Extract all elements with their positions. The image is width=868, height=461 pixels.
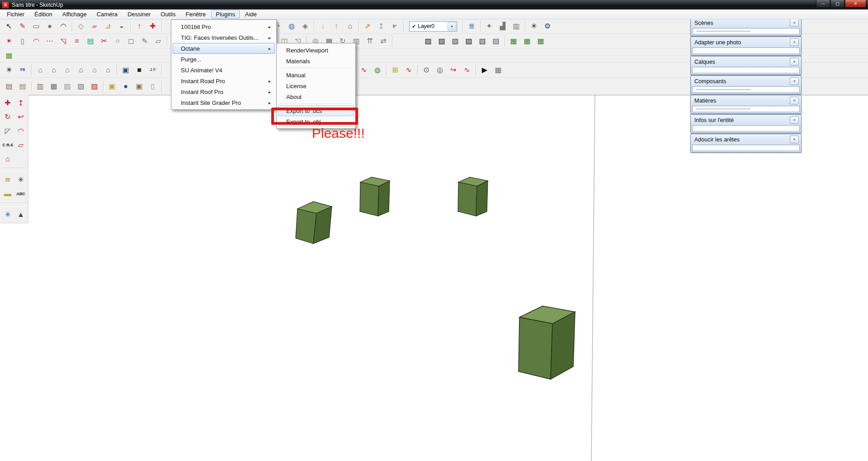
gear-globe-icon[interactable]: ⚙: [541, 20, 554, 33]
pinwheel-icon[interactable]: ✳: [3, 64, 15, 76]
menu-item-purge[interactable]: Purge...: [173, 54, 275, 65]
menubar-item-dessiner[interactable]: Dessiner: [123, 10, 155, 19]
calculator-icon[interactable]: ▦: [492, 64, 505, 76]
move-cross-icon[interactable]: ✚: [146, 20, 159, 33]
push-up-icon[interactable]: ↥: [14, 97, 27, 109]
hatch-icon-1[interactable]: ▨: [422, 35, 434, 47]
hatch-icon-5[interactable]: ▧: [476, 35, 489, 47]
hatch-texture-icon[interactable]: ▧: [75, 80, 87, 93]
paint-roller-icon[interactable]: ▬: [1, 188, 14, 200]
hook-arrow-icon[interactable]: ↪: [447, 64, 460, 76]
menubar-item-dition[interactable]: Édition: [30, 10, 57, 19]
stone-texture-icon[interactable]: ▨: [61, 80, 74, 93]
color-layers-icon[interactable]: ▤: [84, 35, 97, 47]
chevron-down-icon[interactable]: ▼: [448, 22, 456, 31]
compass-star-icon[interactable]: ✶: [3, 35, 15, 47]
menu-item-instant-road-pro[interactable]: Instant Road Pro▸: [173, 75, 275, 86]
plugin-icon-4[interactable]: ◈: [299, 20, 311, 33]
submenu-item-manual[interactable]: Manual: [278, 70, 354, 80]
circle-tool-icon[interactable]: ●: [43, 20, 56, 33]
bark-texture-icon[interactable]: ▥: [34, 80, 47, 93]
scale-tool-icon[interactable]: ◸: [1, 125, 14, 137]
sphere-blue-icon[interactable]: ●: [119, 80, 132, 93]
asterisk-blue-icon[interactable]: ✳: [1, 208, 14, 221]
house-red-icon[interactable]: ⌂: [1, 153, 14, 165]
dome-wire-icon[interactable]: ◍: [371, 64, 384, 76]
model-box-4[interactable]: [519, 306, 575, 379]
menu-item-instant-roof-pro[interactable]: Instant Roof Pro▸: [173, 86, 275, 97]
close-button[interactable]: ✕: [845, 0, 866, 8]
swirl-icon[interactable]: ✳: [528, 20, 540, 33]
paper-plus-icon[interactable]: ⊞: [389, 64, 401, 76]
rectangle-tool-icon[interactable]: ▭: [30, 20, 42, 33]
menubar-item-aide[interactable]: Aide: [241, 10, 261, 19]
sketch-icon[interactable]: ✎: [138, 35, 151, 47]
menu-item-tig-faces-invers-es-outils[interactable]: TIG: Faces Inversées Outils...▸: [173, 32, 275, 43]
arc-plus-icon[interactable]: ◠: [30, 35, 42, 47]
dotted-curve-icon[interactable]: ∿: [461, 64, 473, 76]
box-arrow-up-icon[interactable]: ↑: [133, 20, 146, 33]
tower-icon[interactable]: ▟: [496, 20, 509, 33]
menubar-item-plugins[interactable]: Plugins: [211, 10, 240, 19]
house-icon-6[interactable]: ⌂: [102, 64, 114, 76]
panel-close-icon[interactable]: ✕: [790, 38, 799, 46]
play-icon[interactable]: ▶: [478, 64, 491, 76]
model-box-2[interactable]: [360, 177, 390, 216]
panel-header[interactable]: Adapter une photo✕: [691, 37, 801, 47]
hatch-icon-3[interactable]: ▨: [449, 35, 462, 47]
wood-texture-icon-1[interactable]: ▤: [3, 80, 15, 93]
panel-close-icon[interactable]: ✕: [790, 97, 799, 104]
terrain-green-icon-2[interactable]: ▦: [521, 35, 533, 47]
hatch-icon-4[interactable]: ▨: [462, 35, 475, 47]
house-icon-5[interactable]: ⌂: [88, 64, 101, 76]
menubar-item-cam-ra[interactable]: Caméra: [92, 10, 122, 19]
concentric-circles-icon[interactable]: ◎: [434, 64, 446, 76]
panel-header[interactable]: Composants✕: [691, 76, 801, 86]
panel-close-icon[interactable]: ✕: [790, 136, 799, 143]
cube-black-icon[interactable]: ■: [133, 64, 146, 76]
extrude-icon[interactable]: ⇈: [363, 35, 376, 47]
face-frame-icon[interactable]: ▱: [14, 139, 27, 151]
mesh-texture-icon[interactable]: ▩: [47, 80, 60, 93]
model-box-3[interactable]: [458, 177, 488, 216]
cube-info-icon[interactable]: ▣: [119, 64, 132, 76]
house-icon-1[interactable]: ⌂: [34, 64, 47, 76]
eraser-tool-icon[interactable]: ▰: [88, 20, 101, 33]
jf-gradient-icon[interactable]: J F: [146, 64, 159, 76]
menu-item-1001bit-pro[interactable]: 1001bit Pro▸: [173, 21, 275, 32]
cube-tan-icon[interactable]: ▣: [133, 80, 146, 93]
paint-bucket-icon[interactable]: ◒: [115, 20, 128, 33]
compass-cr5-icon[interactable]: C R-5: [1, 139, 14, 151]
panel-header[interactable]: Infos sur l'entité✕: [691, 115, 801, 125]
box-arrow-up2-icon[interactable]: ↑: [330, 20, 343, 33]
cone-icon[interactable]: ▲: [14, 208, 27, 221]
menubar-item-fen-tre[interactable]: Fenêtre: [181, 10, 211, 19]
house-icon-3[interactable]: ⌂: [61, 64, 74, 76]
hatch-icon-2[interactable]: ▨: [435, 35, 448, 47]
red-diag-texture-icon[interactable]: ▨: [88, 80, 101, 93]
page-icon[interactable]: ▯: [16, 35, 29, 47]
menubar-item-fichier[interactable]: Fichier: [2, 10, 29, 19]
line-tool-icon[interactable]: ✎: [16, 20, 29, 33]
flatten-icon[interactable]: ▱: [152, 35, 165, 47]
house-outline-icon[interactable]: ⌂: [344, 20, 356, 33]
sandbox-leaf-icon[interactable]: ▦: [3, 49, 15, 62]
polygon-icon[interactable]: ○: [111, 35, 124, 47]
rotate-tool-icon[interactable]: ↻: [1, 111, 14, 123]
wood-texture-icon-2[interactable]: ▤: [16, 80, 29, 93]
shapes-icon[interactable]: ◻: [125, 35, 137, 47]
scroll-icon[interactable]: ▯: [146, 80, 159, 93]
panel-header[interactable]: Calques✕: [691, 56, 801, 67]
curve-red-icon[interactable]: ∿: [402, 64, 415, 76]
menu-item-octane[interactable]: Octane▸: [173, 43, 275, 54]
circle-point-icon[interactable]: ⊙: [420, 64, 433, 76]
wand-icon[interactable]: ✦: [483, 20, 495, 33]
lift-arrow-icon[interactable]: ↥: [375, 20, 387, 33]
cube-yellow-icon[interactable]: ▣: [106, 80, 118, 93]
panel-close-icon[interactable]: ✕: [790, 19, 799, 27]
panel-close-icon[interactable]: ✕: [790, 116, 799, 124]
move-tool-icon[interactable]: ✚: [1, 97, 14, 109]
submenu-item-renderviewport[interactable]: RenderViewport: [278, 45, 354, 56]
submenu-item-materials[interactable]: Materials: [278, 56, 354, 66]
maximize-button[interactable]: ▢: [830, 0, 844, 8]
